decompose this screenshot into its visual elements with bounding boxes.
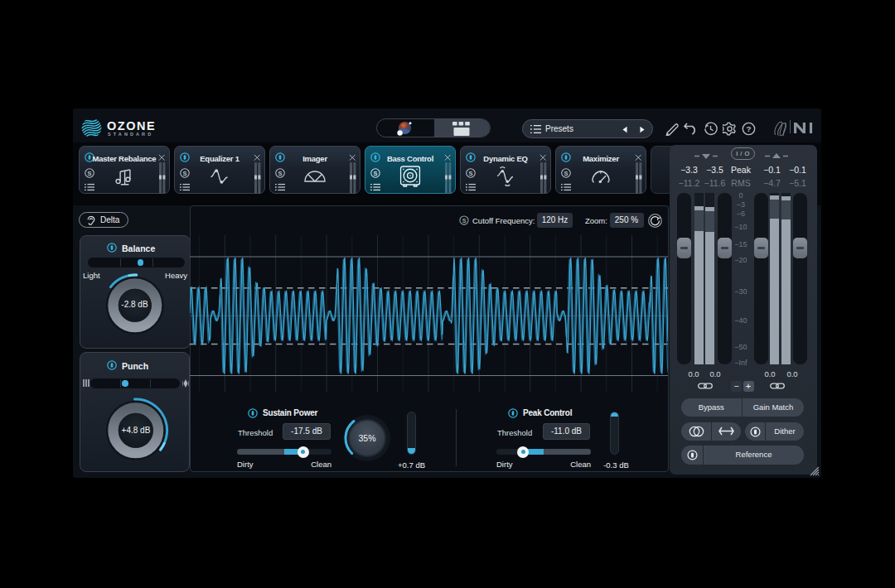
svg-text:?: ? xyxy=(746,124,751,133)
svg-text:S: S xyxy=(468,169,472,176)
svg-text:S: S xyxy=(373,169,377,176)
svg-text:S: S xyxy=(87,169,91,176)
svg-text:S: S xyxy=(564,169,568,176)
svg-text:S: S xyxy=(182,169,186,176)
svg-text:S: S xyxy=(278,169,282,176)
